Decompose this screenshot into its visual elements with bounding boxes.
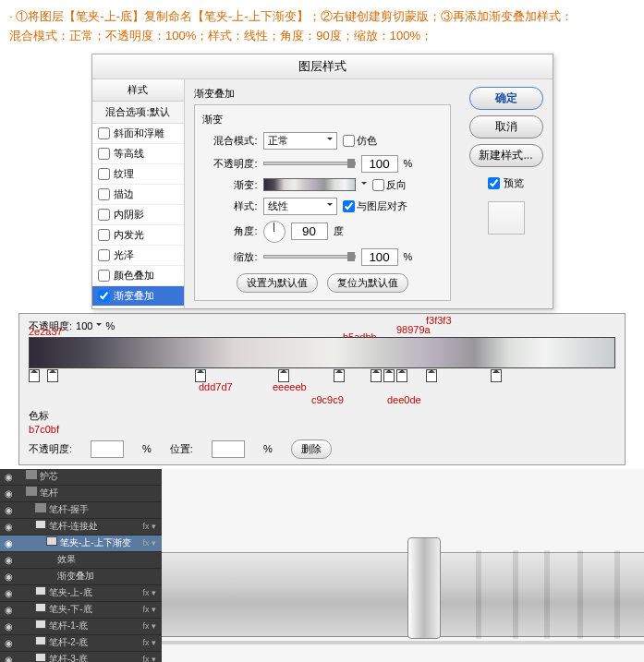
layer-thumb-icon [35,653,46,662]
inner-shadow-checkbox[interactable] [98,209,110,221]
color-stop[interactable] [334,369,345,382]
visibility-eye-icon[interactable]: ◉ [2,588,15,598]
color-stop[interactable] [278,369,289,382]
opacity-slider[interactable] [263,162,356,165]
layer-row[interactable]: ◉笔杆-1-底fx ▾ [0,619,162,635]
layer-label: 笔夹-上-上下渐变 [15,536,142,549]
pen-segment [577,550,583,639]
color-stop[interactable] [383,369,395,382]
layer-row[interactable]: ◉笔夹-下-底fx ▾ [0,602,162,619]
layer-row[interactable]: ◉笔夹-上-上下渐变fx ▾ [0,536,162,552]
fx-indicator[interactable]: fx ▾ [142,621,160,631]
layer-row[interactable]: ◉效果 [0,552,162,569]
gradient-label: 渐变: [202,178,258,192]
gradient-overlay-checkbox[interactable] [98,290,110,302]
style-list-header[interactable]: 样式 [92,79,184,102]
blend-options-item[interactable]: 混合选项:默认 [92,102,184,124]
visibility-eye-icon[interactable]: ◉ [2,572,15,582]
visibility-eye-icon[interactable]: ◉ [2,472,15,482]
style-item-bevel[interactable]: 斜面和浮雕 [92,124,184,144]
color-label: dee0de [387,394,421,405]
style-item-gradient-overlay[interactable]: 渐变叠加 [92,286,184,307]
layer-row[interactable]: ◉护芯 [0,469,162,486]
color-overlay-checkbox[interactable] [98,270,110,282]
fx-indicator[interactable]: fx ▾ [142,538,160,548]
new-style-button[interactable]: 新建样式... [469,144,543,167]
visibility-eye-icon[interactable]: ◉ [2,621,15,632]
fx-indicator[interactable]: fx ▾ [142,638,160,647]
opacity-input[interactable] [361,155,398,173]
style-item-inner-shadow[interactable]: 内阴影 [92,205,184,225]
blend-mode-label: 混合模式: [202,134,258,148]
editor-opacity-value: 100 [76,320,92,331]
style-item-texture[interactable]: 纹理 [92,164,184,185]
visibility-eye-icon[interactable]: ◉ [2,638,15,648]
style-item-contour[interactable]: 等高线 [92,144,184,164]
reverse-checkbox[interactable] [372,179,384,191]
style-item-inner-glow[interactable]: 内发光 [92,225,184,246]
stroke-checkbox[interactable] [98,188,110,200]
angle-input[interactable] [291,223,328,240]
color-stop[interactable] [29,369,40,382]
layer-row[interactable]: ◉笔杆-3-底fx ▾ [0,652,162,662]
folder-icon [26,487,37,496]
align-label: 与图层对齐 [357,199,407,213]
scale-slider[interactable] [263,255,356,259]
color-stop[interactable] [491,369,502,382]
visibility-eye-icon[interactable]: ◉ [2,555,15,565]
percent-label: % [404,251,413,262]
style-item-satin[interactable]: 光泽 [92,246,184,266]
style-select[interactable]: 线性 [263,198,337,215]
bevel-checkbox[interactable] [98,127,110,139]
visibility-eye-icon[interactable]: ◉ [2,605,15,615]
layer-row[interactable]: ◉渐变叠加 [0,569,162,585]
layer-thumb-icon [46,536,57,546]
fx-indicator[interactable]: fx ▾ [142,605,160,614]
inner-glow-checkbox[interactable] [98,229,110,241]
gradient-picker[interactable] [263,178,356,191]
layer-row[interactable]: ◉笔杆-握手 [0,502,162,519]
stops-section-label: 色标 [29,410,49,421]
layer-label: 笔杆-3-底 [15,653,142,662]
scale-input[interactable] [361,248,398,266]
visibility-eye-icon[interactable]: ◉ [2,488,15,499]
delete-stop-button[interactable]: 删除 [291,439,332,459]
contour-checkbox[interactable] [98,148,110,160]
color-stop[interactable] [371,369,382,382]
chevron-down-icon[interactable] [96,323,102,329]
blend-mode-select[interactable]: 正常 [263,132,337,150]
dither-checkbox[interactable] [343,135,355,147]
align-checkbox[interactable] [343,200,355,212]
pen-segment [513,550,518,639]
visibility-eye-icon[interactable]: ◉ [2,505,15,515]
visibility-eye-icon[interactable]: ◉ [2,522,15,532]
layer-row[interactable]: ◉笔杆-2-底fx ▾ [0,635,162,652]
preview-checkbox[interactable] [488,177,500,189]
chevron-down-icon[interactable] [361,182,367,187]
stop-position-input[interactable] [212,440,245,458]
gradient-bar[interactable] [29,337,615,368]
fx-indicator[interactable]: fx ▾ [142,655,160,662]
color-stop[interactable] [195,369,206,382]
fx-indicator[interactable]: fx ▾ [142,588,160,597]
layers-panel: ◉护芯◉笔杆◉笔杆-握手◉笔杆-连接处fx ▾◉笔夹-上-上下渐变fx ▾◉效果… [0,469,162,662]
color-stop[interactable] [426,369,437,382]
color-stop[interactable] [396,369,407,382]
texture-checkbox[interactable] [98,168,110,180]
layer-row[interactable]: ◉笔夹-上-底fx ▾ [0,585,162,602]
visibility-eye-icon[interactable]: ◉ [2,655,15,662]
style-item-stroke[interactable]: 描边 [92,185,184,205]
set-default-button[interactable]: 设置为默认值 [237,273,318,293]
layer-row[interactable]: ◉笔杆 [0,486,162,502]
layer-row[interactable]: ◉笔杆-连接处fx ▾ [0,519,162,536]
reset-default-button[interactable]: 复位为默认值 [327,273,408,293]
ok-button[interactable]: 确定 [469,87,543,110]
style-item-color-overlay[interactable]: 颜色叠加 [92,266,184,286]
color-stop[interactable] [47,369,58,382]
fx-indicator[interactable]: fx ▾ [142,522,160,531]
cancel-button[interactable]: 取消 [469,115,543,138]
visibility-eye-icon[interactable]: ◉ [2,538,15,548]
satin-checkbox[interactable] [98,249,110,261]
stop-opacity-input[interactable] [91,440,124,458]
angle-dial[interactable] [263,221,286,243]
